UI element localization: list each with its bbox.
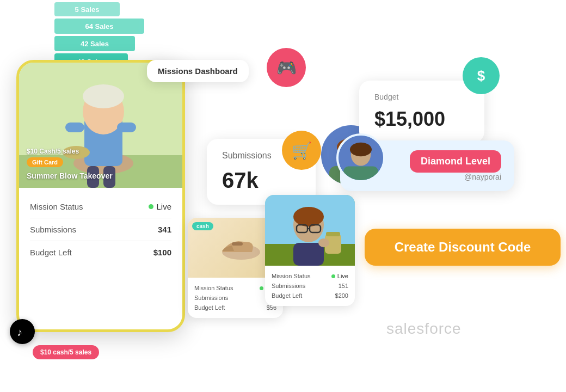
phone-frame: $10 Cash/5 sales Gift Card Summer Blow T… <box>16 60 185 332</box>
man-image <box>265 195 355 266</box>
budget-card-title: Budget <box>374 93 469 101</box>
missions-dashboard-label: Missions Dashboard <box>158 66 238 76</box>
man-illustration <box>265 195 355 266</box>
svg-rect-7 <box>117 122 136 132</box>
svg-point-24 <box>293 207 324 226</box>
create-discount-code-button[interactable]: Create Discount Code <box>365 229 561 266</box>
shoes-budget-row: Budget Left $56 <box>194 303 276 313</box>
svg-text:♪: ♪ <box>17 326 22 338</box>
budget-card: Budget $15,000 <box>359 81 484 143</box>
cart-circle: 🛒 <box>282 131 321 170</box>
shoes-mission-label: Mission Status <box>194 285 233 291</box>
man-budget-row: Budget Left $200 <box>272 291 348 301</box>
phone-campaign-title: Summer Blow Takeover <box>27 171 113 180</box>
svg-rect-28 <box>293 243 324 266</box>
man-mission-label: Mission Status <box>272 273 311 279</box>
shoes-budget-label: Budget Left <box>194 304 225 311</box>
cash-tag: cash <box>192 222 213 230</box>
tiktok-badge: ♪ <box>10 319 35 344</box>
mission-status-label: Mission Status <box>30 202 83 211</box>
svg-point-31 <box>318 238 329 247</box>
salesforce-logo-text: salesforce <box>386 320 462 338</box>
shoe-illustration <box>211 231 260 264</box>
gamepad-icon: 🎮 <box>276 58 297 77</box>
dollar-icon: $ <box>477 68 485 84</box>
diamond-handle: @nayporai <box>464 173 501 181</box>
gamepad-circle: 🎮 <box>267 48 306 87</box>
man-card-content: Mission Status Live Submissions 151 Budg… <box>265 266 355 306</box>
mission-status-row: Mission Status Live <box>30 195 171 218</box>
svg-rect-6 <box>65 122 84 132</box>
phone-stats: Mission Status Live Submissions 341 Budg… <box>19 188 182 271</box>
submissions-card-value: 67k <box>222 168 300 193</box>
cash-badge: $10 cash/5 sales <box>33 345 99 359</box>
phone-overlay-price: $10 Cash/5 sales <box>27 148 79 155</box>
avatar-image <box>339 133 383 182</box>
budget-label: Budget Left <box>30 248 72 257</box>
man-submissions-value: 151 <box>339 283 348 289</box>
man-mission-row: Mission Status Live <box>272 271 348 281</box>
missions-dashboard-card: Missions Dashboard <box>147 60 249 82</box>
tiktok-icon: ♪ <box>15 324 30 339</box>
man-budget-value: $200 <box>335 292 348 299</box>
man-submissions-row: Submissions 151 <box>272 281 348 291</box>
shoes-mission-row: Mission Status Live <box>194 283 276 293</box>
budget-row: Budget Left $100 <box>30 241 171 264</box>
small-card-man: Mission Status Live Submissions 151 Budg… <box>265 195 355 306</box>
shoes-submissions-row: Submissions 748 <box>194 293 276 303</box>
diamond-avatar <box>336 133 385 182</box>
submissions-label: Submissions <box>30 225 76 234</box>
sales-bar-3: 42 Sales <box>54 36 135 51</box>
cart-icon: 🛒 <box>292 141 312 160</box>
svg-point-5 <box>83 84 124 108</box>
sales-bars-container: 5 Sales 64 Sales 42 Sales 40 Sales <box>54 0 144 70</box>
svg-rect-30 <box>326 232 340 236</box>
shoes-submissions-label: Submissions <box>194 295 228 301</box>
submissions-value: 341 <box>158 225 171 234</box>
budget-card-value: $15,000 <box>374 108 469 131</box>
gift-card-badge: Gift Card <box>27 157 63 167</box>
dollar-circle: $ <box>463 57 500 94</box>
submissions-row: Submissions 341 <box>30 218 171 241</box>
diamond-level-button[interactable]: Diamond Level <box>410 150 501 173</box>
budget-value: $100 <box>153 248 171 257</box>
man-budget-label: Budget Left <box>272 292 302 299</box>
man-submissions-label: Submissions <box>272 283 305 289</box>
svg-rect-20 <box>232 242 243 246</box>
svg-point-17 <box>350 143 372 157</box>
man-mission-value: Live <box>331 273 348 279</box>
sales-bar-1: 5 Sales <box>54 2 120 16</box>
mission-status-value: Live <box>149 202 171 211</box>
sales-bar-2: 64 Sales <box>54 19 144 34</box>
